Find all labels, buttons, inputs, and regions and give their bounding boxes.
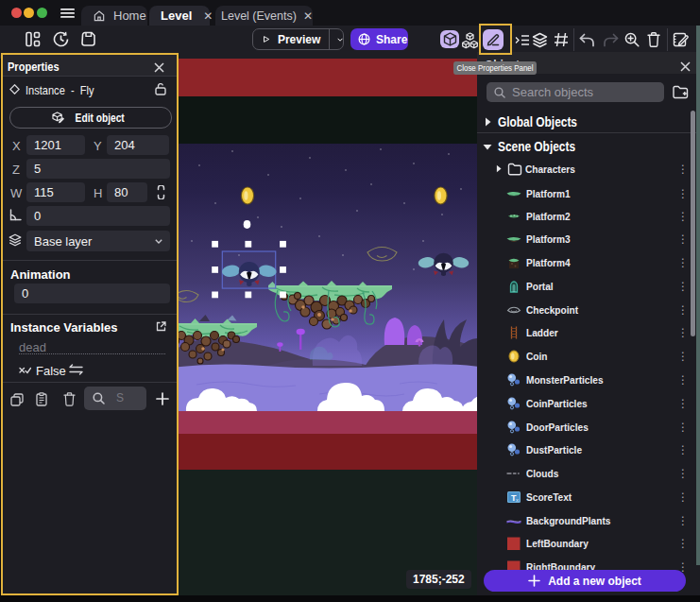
svg-text:x: x: [516, 497, 519, 503]
